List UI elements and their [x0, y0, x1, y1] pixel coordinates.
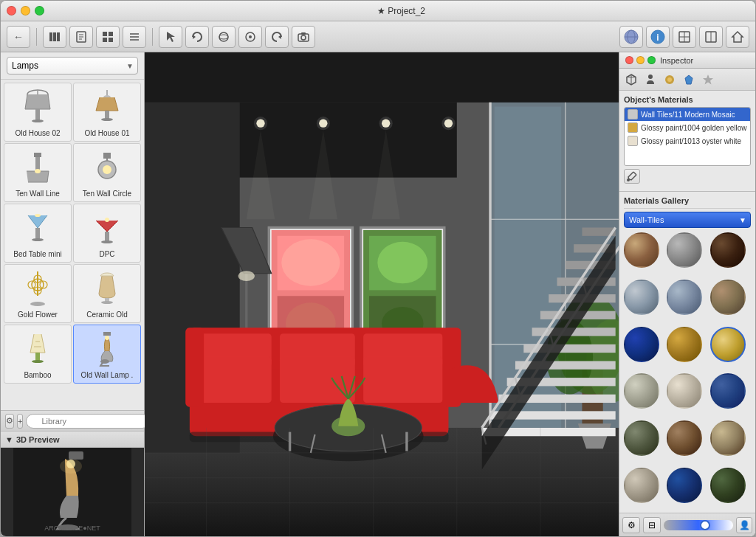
material-item[interactable]: Wall Tiles/11 Modern Mosaic [625, 108, 750, 121]
list-item[interactable]: DPC [73, 204, 141, 263]
svg-point-83 [319, 119, 327, 127]
preview-section: ▼ 3D Preview [1, 431, 144, 536]
inspector-tab-person[interactable] [642, 72, 659, 88]
item-icon [16, 328, 60, 370]
list-item[interactable]: Bamboo [4, 325, 72, 384]
category-dropdown[interactable]: Lamps Furniture Decor Plants Lighting [7, 57, 138, 75]
page-button[interactable] [69, 26, 93, 48]
inspector-settings-btn[interactable]: ⚙ [622, 517, 640, 533]
close-button[interactable] [7, 6, 16, 15]
layout1-button[interactable] [673, 26, 696, 48]
svg-point-74 [60, 459, 82, 474]
grid-button[interactable] [96, 26, 120, 48]
svg-point-85 [382, 119, 390, 127]
material-tile[interactable] [667, 373, 702, 409]
material-item[interactable]: Glossy paint/1013 oyster white [625, 134, 750, 148]
inspector-maximize[interactable] [647, 56, 656, 64]
svg-marker-15 [193, 35, 196, 39]
layout2-button[interactable] [699, 26, 723, 48]
search-wrapper: 🔍 [26, 414, 150, 429]
minimize-button[interactable] [21, 6, 30, 15]
back-button[interactable]: ← [7, 26, 30, 48]
items-grid: Old House 02 Old House 01 [1, 80, 144, 410]
slider-thumb[interactable] [700, 520, 710, 530]
inspector-tab-cube[interactable] [622, 72, 640, 88]
material-tile[interactable] [710, 420, 746, 456]
select-tool[interactable] [159, 26, 182, 48]
material-item[interactable]: Glossy paint/1004 golden yellow [625, 121, 750, 134]
orbit-tool[interactable] [212, 26, 236, 48]
list-item[interactable]: Old House 02 [4, 83, 72, 142]
svg-rect-2 [57, 32, 60, 41]
color-slider[interactable] [664, 520, 733, 530]
material-tile[interactable] [624, 232, 659, 268]
list-button[interactable] [123, 26, 146, 48]
material-tile[interactable] [710, 373, 746, 409]
inspector-user-btn[interactable]: 👤 [736, 517, 752, 533]
list-item[interactable]: Gold Flower [4, 264, 72, 323]
traffic-lights [7, 6, 44, 15]
material-tile[interactable] [624, 327, 659, 362]
left-panel: Lamps Furniture Decor Plants Lighting ▼ [1, 52, 145, 536]
inspector-view-btn[interactable]: ⊟ [643, 517, 661, 533]
item-label: Ten Wall Line [16, 190, 60, 198]
info-button[interactable]: i [646, 26, 670, 48]
item-label: Bed Table mini [13, 250, 61, 259]
globe-button[interactable] [619, 26, 643, 48]
material-tile[interactable] [667, 420, 702, 456]
material-tile[interactable] [624, 373, 659, 409]
svg-point-51 [32, 238, 44, 241]
svg-marker-168 [685, 75, 693, 84]
inspector-tab-star[interactable] [699, 72, 717, 88]
inspector-close[interactable] [625, 56, 633, 64]
list-item[interactable]: Ten Wall Line [4, 143, 72, 202]
eyedropper-tool[interactable] [624, 169, 640, 184]
inspector-tab-materials[interactable] [661, 72, 678, 88]
material-tile[interactable] [667, 468, 702, 503]
svg-marker-169 [703, 75, 713, 85]
inspector-tab-gem[interactable] [680, 72, 698, 88]
svg-marker-34 [732, 32, 743, 42]
material-tile[interactable] [710, 232, 746, 268]
svg-line-170 [633, 172, 636, 175]
material-tile[interactable] [624, 280, 659, 315]
search-input[interactable] [26, 414, 150, 429]
material-tile[interactable] [624, 468, 659, 503]
redo-tool[interactable] [265, 26, 289, 48]
material-tile[interactable] [667, 280, 702, 315]
material-swatch [628, 109, 638, 119]
add-button[interactable]: + [17, 414, 23, 429]
svg-point-167 [667, 77, 672, 82]
list-item[interactable]: Old Wall Lamp . [73, 325, 141, 384]
library-button[interactable] [43, 26, 66, 48]
pan-tool[interactable] [238, 26, 262, 48]
material-tile[interactable] [624, 420, 659, 456]
material-tile[interactable] [667, 327, 702, 362]
material-tile[interactable] [710, 468, 746, 503]
settings-button[interactable]: ⚙ [5, 414, 14, 429]
window-title: ★ Project_2 [53, 6, 749, 16]
item-icon [16, 268, 60, 309]
list-item[interactable]: Ten Wall Circle [73, 143, 141, 202]
svg-point-64 [101, 301, 113, 304]
svg-rect-123 [185, 328, 204, 406]
material-tile-selected[interactable] [710, 327, 746, 362]
item-icon [16, 86, 60, 128]
preview-header[interactable]: ▼ 3D Preview [1, 432, 144, 448]
camera-tool[interactable] [292, 26, 315, 48]
list-item[interactable]: Bed Table mini [4, 204, 72, 263]
rotate-tool[interactable] [185, 26, 209, 48]
material-tile[interactable] [710, 280, 746, 315]
list-item[interactable]: Old House 01 [73, 83, 141, 142]
svg-point-22 [301, 35, 306, 40]
objects-materials-section: Object's Materials Wall Tiles/11 Modern … [619, 91, 755, 192]
center-viewport[interactable] [145, 52, 619, 536]
gallery-category-dropdown[interactable]: Wall-Tiles Floor-Tiles Paint Wood Metal … [624, 212, 751, 228]
inspector-minimize[interactable] [636, 56, 645, 64]
maximize-button[interactable] [35, 6, 44, 15]
list-item[interactable]: Ceramic Old [73, 264, 141, 323]
svg-point-66 [32, 360, 44, 363]
materials-grid [624, 232, 751, 513]
material-tile[interactable] [667, 232, 702, 268]
home-button[interactable] [726, 26, 749, 48]
